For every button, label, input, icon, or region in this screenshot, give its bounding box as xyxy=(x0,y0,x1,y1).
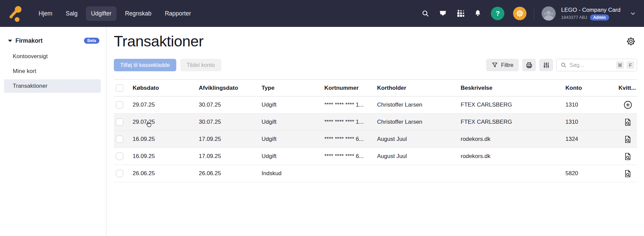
sidebar-item-mine-kort[interactable]: Mine kort xyxy=(4,65,101,78)
account-name: LEGO - Company Card xyxy=(561,7,620,13)
column-settings-button[interactable] xyxy=(539,59,553,71)
view-receipt-icon[interactable] xyxy=(624,169,632,178)
cell-kortnummer: **** **** **** 6... xyxy=(324,136,377,143)
column-header[interactable]: Kortnummer xyxy=(324,85,377,91)
sidebar: Firmakort Beta KontooversigtMine kortTra… xyxy=(0,27,106,236)
notifications-bell-icon[interactable] xyxy=(473,9,482,18)
funnel-icon xyxy=(492,62,498,68)
view-receipt-icon[interactable] xyxy=(624,152,632,161)
cell-kobsdato: 16.09.25 xyxy=(133,136,199,143)
app-logo-icon[interactable] xyxy=(8,5,24,22)
account-number: 1843377 ABJ xyxy=(561,15,587,20)
cell-beskrivelse: rodekors.dk xyxy=(461,153,565,160)
cell-kobsdato: 16.09.25 xyxy=(133,153,199,160)
nav-item-udgifter[interactable]: Udgifter xyxy=(86,6,117,21)
table-row[interactable]: 29.07.2530.07.25Udgift**** **** **** 1..… xyxy=(114,114,637,131)
assign-account-button[interactable]: Tildel konto xyxy=(180,59,221,71)
nav-item-salg[interactable]: Salg xyxy=(61,6,83,21)
table-row[interactable]: 16.09.2517.09.25Udgift**** **** **** 6..… xyxy=(114,148,637,165)
settings-button[interactable] xyxy=(513,7,526,20)
shortcut-modifier-key: ⌘ xyxy=(616,61,624,69)
apps-grid-icon[interactable] xyxy=(456,9,465,18)
sliders-icon xyxy=(543,62,550,69)
column-header[interactable]: Kvitt... xyxy=(618,85,637,91)
nav-item-regnskab[interactable]: Regnskab xyxy=(120,6,156,21)
view-receipt-icon[interactable] xyxy=(624,135,632,144)
print-button[interactable] xyxy=(522,59,536,71)
row-checkbox[interactable] xyxy=(116,101,123,109)
main-content: Transaktioner Tilføj til kassekladde Til… xyxy=(106,27,644,236)
account-info[interactable]: LEGO - Company Card 1843377 ABJ Admin xyxy=(561,7,620,21)
printer-icon xyxy=(525,62,533,69)
nav-item-rapporter[interactable]: Rapporter xyxy=(160,6,196,21)
row-checkbox[interactable] xyxy=(116,153,123,160)
add-to-cashbook-button[interactable]: Tilføj til kassekladde xyxy=(114,59,176,71)
account-avatar[interactable] xyxy=(542,6,556,21)
cell-type: Udgift xyxy=(262,136,324,143)
table-row[interactable]: 29.07.2530.07.25Udgift**** **** **** 1..… xyxy=(114,96,637,114)
column-header[interactable]: Købsdato xyxy=(133,85,199,91)
cell-kobsdato: 29.07.25 xyxy=(133,102,199,108)
sidebar-item-kontooversigt[interactable]: Kontooversigt xyxy=(4,50,101,63)
cell-beskrivelse: FTEX CARLSBERG xyxy=(461,102,565,108)
topbar-actions: ? LEGO - Company Card 1843377 ABJ Admin xyxy=(421,6,636,21)
view-receipt-icon[interactable] xyxy=(624,118,632,127)
cell-kortholder: Christoffer Larsen xyxy=(377,102,461,108)
cell-afviklingsdato: 30.07.25 xyxy=(199,102,262,108)
cell-kortholder: Christoffer Larsen xyxy=(377,119,461,125)
row-checkbox[interactable] xyxy=(116,170,123,177)
caret-down-icon[interactable] xyxy=(8,40,12,42)
filter-button[interactable]: Filtre xyxy=(486,59,519,71)
column-header[interactable]: Afviklingsdato xyxy=(199,85,262,91)
beta-badge: Beta xyxy=(84,38,99,44)
page-title: Transaktioner xyxy=(114,33,203,50)
search-icon[interactable] xyxy=(421,9,430,18)
toolbar: Tilføj til kassekladde Tildel konto Filt… xyxy=(114,59,637,71)
cell-kortholder: August Juul xyxy=(377,136,461,143)
cell-type: Udgift xyxy=(262,153,324,160)
table-body: 29.07.2530.07.25Udgift**** **** **** 1..… xyxy=(114,96,637,182)
cell-kortnummer: **** **** **** 6... xyxy=(324,153,377,160)
table-row[interactable]: 16.09.2517.09.25Udgift**** **** **** 6..… xyxy=(114,131,637,148)
topbar-divider xyxy=(534,7,534,19)
row-checkbox[interactable] xyxy=(116,118,123,126)
search-input[interactable] xyxy=(569,62,613,68)
table-row[interactable]: 26.06.2526.06.25Indskud5820 xyxy=(114,165,637,182)
cell-kobsdato: 26.06.25 xyxy=(133,170,199,177)
inbox-icon[interactable] xyxy=(439,9,447,18)
transactions-table: KøbsdatoAfviklingsdatoTypeKortnummerKort… xyxy=(114,79,637,182)
cell-beskrivelse: FTEX CARLSBERG xyxy=(461,119,565,125)
cell-afviklingsdato: 26.06.25 xyxy=(199,170,262,177)
cell-konto: 1310 xyxy=(565,119,618,125)
column-header[interactable]: Kortholder xyxy=(377,85,461,91)
sidebar-section-firmakort[interactable]: Firmakort Beta xyxy=(0,36,106,46)
sidebar-item-transaktioner[interactable]: Transaktioner xyxy=(4,79,101,93)
cell-kortnummer: **** **** **** 1... xyxy=(324,119,377,125)
top-bar: HjemSalgUdgifterRegnskabRapporter xyxy=(0,0,644,27)
column-header[interactable]: Type xyxy=(262,85,324,91)
shortcut-letter-key: F xyxy=(627,61,634,69)
cell-type: Udgift xyxy=(262,102,324,108)
cell-kortholder: August Juul xyxy=(377,153,461,160)
table-settings-gear-icon[interactable] xyxy=(625,35,637,47)
column-header[interactable]: Beskrivelse xyxy=(461,85,565,91)
nav-item-hjem[interactable]: Hjem xyxy=(34,6,57,21)
chevron-down-icon[interactable] xyxy=(630,10,636,16)
help-button[interactable]: ? xyxy=(491,7,504,20)
cell-kobsdato: 29.07.25 xyxy=(133,119,199,125)
search-icon xyxy=(560,62,567,68)
row-checkbox[interactable] xyxy=(116,135,123,143)
cell-type: Indskud xyxy=(262,170,324,177)
cell-konto: 5820 xyxy=(565,170,618,177)
cell-afviklingsdato: 17.09.25 xyxy=(199,153,262,160)
add-receipt-icon[interactable] xyxy=(623,100,633,110)
cell-kortnummer: **** **** **** 1... xyxy=(324,102,377,108)
cell-konto: 1310 xyxy=(565,102,618,108)
column-header[interactable]: Konto xyxy=(565,85,618,91)
cell-type: Udgift xyxy=(262,119,324,125)
select-all-checkbox[interactable] xyxy=(116,84,123,92)
cell-afviklingsdato: 17.09.25 xyxy=(199,136,262,143)
cell-beskrivelse: rodekors.dk xyxy=(461,136,565,143)
sidebar-section-label: Firmakort xyxy=(15,37,84,44)
search-box[interactable]: ⌘ F xyxy=(556,59,637,71)
